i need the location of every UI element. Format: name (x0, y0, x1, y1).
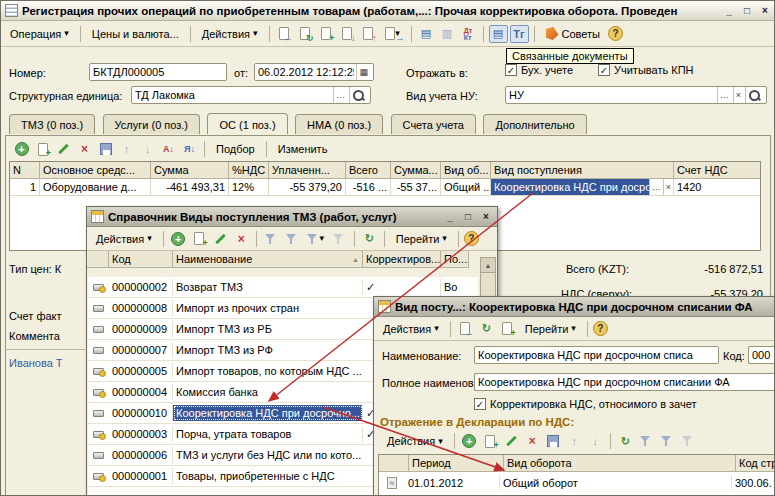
ellipsis-button[interactable]: … (717, 87, 731, 103)
tab-tmz[interactable]: ТМЗ (0 поз.) (9, 114, 95, 134)
tab-os[interactable]: ОС (1 поз.) (207, 113, 287, 134)
goto-menu[interactable]: Перейти▾ (519, 320, 582, 338)
change-button[interactable]: Изменить (272, 140, 334, 158)
clear-icon[interactable]: × (663, 179, 673, 195)
copy-item-icon[interactable]: + (190, 230, 209, 248)
col-line-code[interactable]: Код стр (736, 455, 775, 472)
minimize-button[interactable]: _ (722, 4, 736, 17)
search-icon[interactable] (349, 87, 367, 103)
checkbox-accounting[interactable]: ✓ Бух. учете (505, 64, 573, 76)
delete-row-icon[interactable]: × (75, 140, 94, 158)
tab-nma[interactable]: НМА (0 поз.) (295, 114, 383, 134)
full-name-input[interactable]: Кооректировка НДС при досрочном списании… (474, 373, 775, 391)
actions-menu[interactable]: Действия▾ (90, 230, 158, 248)
list-settings-icon[interactable]: ▤ (417, 25, 436, 43)
col-n[interactable]: N (10, 162, 40, 179)
date-input[interactable]: 06.02.2012 12:12:25 ▦ (254, 63, 374, 81)
filter-set-icon[interactable] (637, 432, 656, 450)
maximize-button[interactable]: □ (740, 4, 754, 17)
help-icon[interactable]: ? (593, 321, 608, 336)
move-down-icon[interactable]: ↓ (586, 432, 605, 450)
reread-icon[interactable]: ↻ (296, 25, 315, 43)
scroll-up-icon[interactable]: ▲ (481, 258, 495, 273)
tab-additional[interactable]: Дополнительно (483, 114, 586, 134)
delete-row-icon[interactable]: × (523, 432, 542, 450)
number-input[interactable]: БКТДЛ000005 (89, 63, 227, 81)
pick-button[interactable]: Подбор (210, 140, 261, 158)
close-button[interactable]: × (479, 210, 493, 223)
end-edit-icon[interactable] (544, 432, 563, 450)
sort-desc-icon[interactable]: Я↓ (180, 140, 199, 158)
author-link[interactable]: Иванова Т (9, 357, 85, 369)
move-up-icon[interactable]: ↑ (117, 140, 136, 158)
ellipsis-button[interactable]: … (649, 179, 663, 195)
filter-set-icon[interactable] (262, 230, 281, 248)
declaration-row[interactable]: ≈ 01.01.2012 Общий оборот 300.06. (379, 472, 775, 493)
structure-tg-icon[interactable]: Тг (510, 25, 529, 43)
name-input[interactable]: Кооректировка НДС при досрочном списа (474, 346, 719, 364)
actions-menu[interactable]: Действия▾ (377, 320, 445, 338)
save-close-icon[interactable]: ← (456, 320, 475, 338)
vat-correction-checkbox[interactable]: ✓ Корректировка НДС, относимого в зачет (474, 398, 696, 410)
clear-icon[interactable]: × (733, 87, 743, 103)
add-row-icon[interactable]: + (460, 432, 479, 450)
filter-clear-icon[interactable] (679, 432, 698, 450)
col-receipt-type[interactable]: Вид поступления (491, 162, 674, 179)
end-edit-icon[interactable] (96, 140, 115, 158)
edit-item-icon[interactable] (211, 230, 230, 248)
filter-clear-icon[interactable] (330, 230, 349, 248)
tab-accounts[interactable]: Счета учета (391, 114, 476, 134)
help-icon[interactable]: ? (608, 26, 623, 41)
unpost-document-icon[interactable]: ↑ (359, 25, 378, 43)
col-turnover-kind[interactable]: Вид оборота (504, 455, 736, 472)
sort-asc-icon[interactable]: А↓ (159, 140, 178, 158)
ellipsis-button[interactable]: … (333, 87, 347, 103)
col-total[interactable]: Всего (346, 162, 391, 179)
filter-icon[interactable] (283, 230, 302, 248)
col-vat-account[interactable]: Счет НДС (674, 162, 760, 179)
col-paid[interactable]: Уплаченн... (269, 162, 346, 179)
goto-menu[interactable]: Перейти▾ (390, 230, 453, 248)
calendar-icon[interactable]: ▦ (356, 64, 370, 80)
col-correction[interactable]: Корректиров... (363, 251, 441, 268)
refresh-icon[interactable]: ↻ (360, 230, 379, 248)
checklist-icon[interactable]: ▥ (438, 25, 457, 43)
save-close-icon[interactable]: ← (275, 25, 294, 43)
copy-icon[interactable]: + (317, 25, 336, 43)
search-icon[interactable] (745, 87, 763, 103)
create-based-icon[interactable]: →▾ (380, 25, 406, 43)
col-name[interactable]: Наименование▲ (173, 251, 363, 268)
os-grid-row[interactable]: 1 Оборудование д... -461 493,31 12% -55 … (10, 179, 760, 196)
actions-menu[interactable]: Действия▾ (196, 25, 264, 43)
col-asset[interactable]: Основное средс... (40, 162, 151, 179)
delete-item-icon[interactable]: × (232, 230, 251, 248)
tips-button[interactable]: Советы (540, 24, 606, 43)
copy-icon[interactable]: + (498, 320, 517, 338)
copy-row-icon[interactable]: + (33, 140, 52, 158)
related-documents-icon[interactable]: ▤ (489, 25, 508, 43)
actions-menu[interactable]: Действия▾ (381, 432, 449, 450)
edit-row-icon[interactable] (54, 140, 73, 158)
maximize-button[interactable]: □ (461, 210, 475, 223)
postings-dtkt-icon[interactable]: ДтКт (459, 25, 478, 43)
col-extra[interactable]: По... (441, 251, 469, 268)
col-sum2[interactable]: Сумма... (391, 162, 441, 179)
col-code[interactable]: Код (109, 251, 173, 268)
help-icon[interactable]: ? (464, 231, 479, 246)
receipt-type-cell[interactable]: Кооректировка НДС при досроч … × (491, 179, 674, 195)
add-row-icon[interactable]: + (12, 140, 31, 158)
prices-currency-button[interactable]: Цены и валюта... (86, 25, 185, 43)
reread-icon[interactable]: ↻ (477, 320, 496, 338)
post-document-icon[interactable]: ↓ (338, 25, 357, 43)
minimize-button[interactable]: _ (443, 210, 457, 223)
col-vat[interactable]: %НДС (229, 162, 269, 179)
unit-input[interactable]: ТД Лакомка … (131, 86, 371, 104)
edit-row-icon[interactable] (502, 432, 521, 450)
close-button[interactable]: × (758, 4, 772, 17)
move-up-icon[interactable]: ↑ (565, 432, 584, 450)
code-input[interactable]: 000 (748, 346, 775, 364)
list-item[interactable]: 000000002 Возврат ТМЗ ✓ Во (88, 277, 478, 298)
col-period[interactable]: Период (409, 455, 504, 472)
filter-icon[interactable] (658, 432, 677, 450)
nu-input[interactable]: НУ … × (505, 86, 767, 104)
